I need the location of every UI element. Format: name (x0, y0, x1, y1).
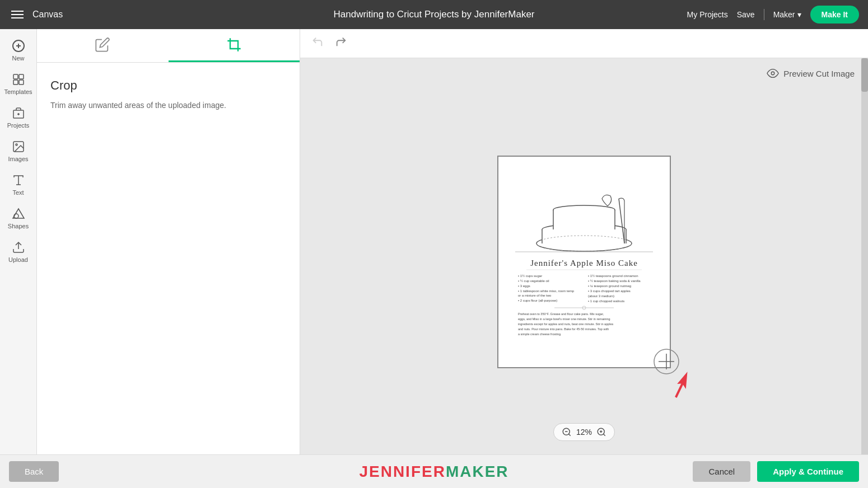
upload-icon (12, 241, 25, 254)
svg-text:Preheat oven to 350°F. Grease : Preheat oven to 350°F. Grease and flour … (518, 312, 604, 316)
plus-icon (12, 39, 25, 53)
svg-text:• 1 tablespoon white miso, roo: • 1 tablespoon white miso, room temp (518, 289, 575, 293)
redo-icon (335, 36, 347, 48)
canvas-label: Canvas (32, 10, 63, 20)
svg-text:ingredients except for apples : ingredients except for apples and nuts, … (518, 322, 614, 326)
zoom-in-button[interactable] (596, 427, 606, 437)
zoom-control: 12% (553, 423, 615, 441)
canvas-image-container: Jennifer's Apple Miso Cake • 1½ cups sug… (497, 156, 671, 368)
svg-text:• 2 cups flour (all-purpose): • 2 cups flour (all-purpose) (518, 299, 557, 302)
svg-rect-23 (553, 210, 615, 229)
my-projects-button[interactable]: My Projects (687, 10, 728, 19)
panel: Crop Trim away unwanted areas of the upl… (37, 29, 300, 454)
save-button[interactable]: Save (737, 10, 755, 19)
svg-text:or a mixture of the two: or a mixture of the two (518, 294, 552, 297)
svg-line-55 (604, 434, 605, 435)
shapes-icon (12, 207, 25, 220)
zoom-value: 12% (576, 428, 592, 437)
tab-edit[interactable] (37, 29, 169, 62)
tab-crop[interactable] (169, 29, 300, 62)
svg-text:• ½ cup vegetable oil: • ½ cup vegetable oil (518, 279, 549, 283)
svg-text:• 1½ teaspoons ground cinnamon: • 1½ teaspoons ground cinnamon (588, 274, 638, 278)
undo-icon (311, 36, 324, 48)
back-button[interactable]: Back (9, 461, 59, 482)
crop-handle-svg (650, 345, 683, 378)
text-icon (12, 173, 25, 187)
zoom-out-button[interactable] (562, 427, 572, 437)
sidebar-item-label: Projects (7, 122, 30, 129)
svg-text:(about 3 medium): (about 3 medium) (588, 294, 614, 298)
svg-rect-6 (19, 80, 24, 85)
svg-rect-4 (19, 74, 24, 79)
topbar-divider (764, 9, 764, 20)
sidebar-item-label: Shapes (8, 223, 29, 229)
sidebar-item-new[interactable]: New (0, 34, 36, 67)
make-it-button[interactable]: Make It (810, 6, 859, 24)
images-icon (12, 140, 25, 153)
svg-text:• ½ teaspoon baking soda & van: • ½ teaspoon baking soda & vanilla (588, 279, 641, 283)
eye-icon (767, 67, 779, 79)
svg-line-52 (568, 434, 570, 435)
sidebar-item-label: Images (8, 156, 28, 162)
preview-cut-button[interactable]: Preview Cut Image (767, 67, 855, 79)
topbar: Canvas Handwriting to Cricut Projects by… (0, 0, 868, 29)
left-sidebar: New Templates Projects (0, 29, 37, 454)
redo-button[interactable] (333, 34, 349, 53)
svg-point-17 (772, 72, 775, 75)
hamburger-menu-button[interactable] (9, 8, 26, 21)
undo-button[interactable] (309, 34, 326, 53)
canvas-toolbar (300, 29, 868, 58)
svg-text:• 3 eggs: • 3 eggs (518, 284, 530, 288)
brand-maker: MAKER (446, 463, 509, 480)
bottom-bar: Back JENNIFERMAKER Cancel Apply & Contin… (0, 454, 868, 488)
topbar-right: My Projects Save Maker ▾ Make It (687, 6, 859, 24)
crop-tab-icon (226, 37, 242, 53)
bottom-right-buttons: Cancel Apply & Continue (693, 461, 859, 482)
templates-icon (12, 73, 25, 86)
sidebar-item-projects[interactable]: Projects (0, 101, 36, 134)
panel-tabs (37, 29, 300, 63)
sidebar-item-shapes[interactable]: Shapes (0, 201, 36, 235)
svg-text:and nuts. Pour mixture into pa: and nuts. Pour mixture into pans. Bake f… (518, 327, 609, 331)
sidebar-item-text[interactable]: Text (0, 168, 36, 201)
svg-rect-5 (13, 80, 18, 85)
maker-button[interactable]: Maker ▾ (773, 10, 801, 19)
edit-tab-icon (95, 37, 110, 53)
svg-point-11 (16, 144, 17, 146)
scrollbar-thumb (861, 58, 868, 92)
crop-description: Trim away unwanted areas of the uploaded… (50, 100, 286, 111)
projects-icon (12, 106, 25, 120)
sidebar-item-label: Text (12, 189, 24, 196)
crop-title: Crop (50, 78, 286, 93)
apply-continue-button[interactable]: Apply & Continue (757, 461, 859, 482)
canvas-area: Preview Cut Image (300, 29, 868, 454)
sidebar-item-images[interactable]: Images (0, 134, 36, 168)
main-layout: New Templates Projects (0, 29, 868, 454)
sidebar-item-label: New (12, 55, 24, 62)
brand-jennifer: JENNIFER (359, 463, 445, 480)
cancel-button[interactable]: Cancel (693, 461, 750, 482)
canvas-content: Preview Cut Image (300, 58, 868, 454)
svg-text:eggs, and Miso in a large bowl: eggs, and Miso in a large bowl's mixer o… (518, 317, 610, 321)
svg-text:• 3 cups chopped tart apples: • 3 cups chopped tart apples (588, 289, 631, 293)
svg-text:a simple cream cheese frosting: a simple cream cheese frosting. (518, 332, 562, 336)
sidebar-item-label: Templates (4, 88, 32, 95)
topbar-title: Handwriting to Cricut Projects by Jennif… (333, 9, 534, 20)
topbar-left: Canvas (9, 8, 63, 21)
sidebar-item-upload[interactable]: Upload (0, 235, 36, 269)
panel-content: Crop Trim away unwanted areas of the upl… (37, 63, 300, 127)
svg-rect-21 (542, 229, 626, 243)
recipe-card-svg: Jennifer's Apple Miso Cake • 1½ cups sug… (498, 157, 670, 367)
sidebar-item-templates[interactable]: Templates (0, 67, 36, 101)
right-scrollbar[interactable] (861, 58, 868, 454)
svg-text:Jennifer's Apple Miso Cake: Jennifer's Apple Miso Cake (530, 259, 638, 268)
svg-rect-3 (13, 74, 18, 79)
chevron-down-icon: ▾ (797, 10, 801, 19)
preview-cut-label: Preview Cut Image (783, 69, 855, 78)
canvas-image[interactable]: Jennifer's Apple Miso Cake • 1½ cups sug… (497, 156, 671, 368)
crop-handle[interactable] (650, 345, 683, 381)
zoom-out-icon (562, 427, 572, 437)
svg-text:• 1½ cups sugar: • 1½ cups sugar (518, 274, 542, 278)
brand-logo: JENNIFERMAKER (359, 463, 508, 481)
hamburger-icon (11, 11, 24, 18)
